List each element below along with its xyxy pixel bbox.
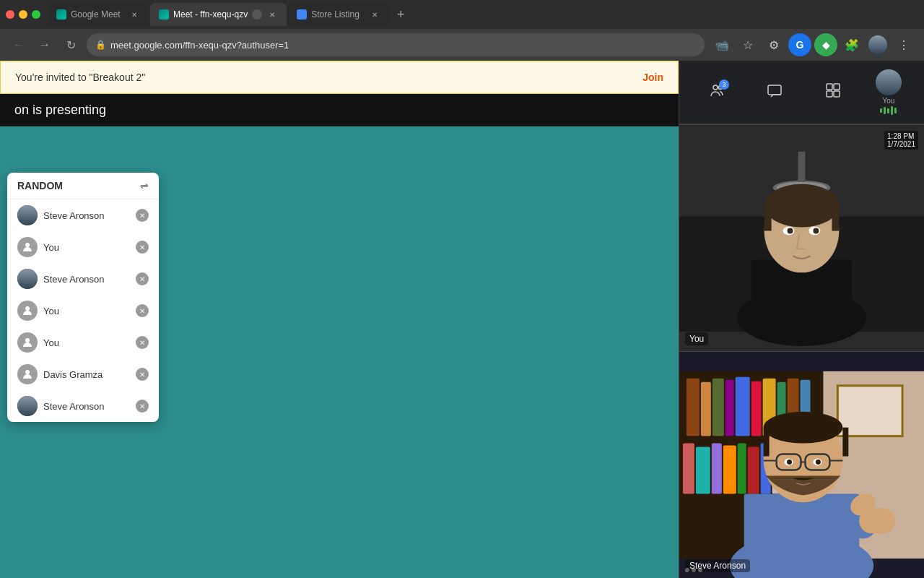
- svg-rect-30: [701, 382, 711, 436]
- participants-button[interactable]: 3: [702, 78, 732, 106]
- avatar: [17, 332, 38, 353]
- profile-icon[interactable]: G: [788, 33, 811, 56]
- tab1-close[interactable]: ✕: [128, 9, 140, 20]
- tab3-favicon: [297, 9, 307, 20]
- remove-button[interactable]: ✕: [136, 400, 149, 413]
- participant-name: You: [43, 306, 130, 316]
- svg-point-67: [787, 460, 792, 465]
- list-item: You ✕: [7, 295, 159, 327]
- avatar: [17, 301, 38, 321]
- chat-icon: [767, 82, 783, 102]
- you-video-frame: [679, 125, 924, 351]
- svg-rect-21: [764, 206, 772, 231]
- participant-name: You: [43, 242, 130, 253]
- svg-rect-32: [725, 380, 734, 436]
- user-avatar-btn[interactable]: [866, 33, 889, 56]
- video-tile-you: 1:28 PM 1/7/2021 You: [679, 124, 924, 351]
- audio-indicator: [880, 106, 897, 115]
- minimize-traffic-light[interactable]: [19, 10, 27, 19]
- reload-button[interactable]: ↻: [61, 35, 81, 55]
- participant-name: Steve Aronson: [43, 210, 130, 221]
- avatar: [17, 205, 38, 225]
- svg-rect-31: [712, 379, 724, 436]
- address-bar[interactable]: 🔒 meet.google.com/ffn-xequ-qzv?authuser=…: [87, 33, 705, 56]
- you-sidebar-profile: You: [876, 69, 902, 115]
- list-item: Steve Aronson ✕: [7, 263, 159, 295]
- puzzle-icon[interactable]: 🧩: [840, 33, 863, 56]
- svg-rect-10: [834, 91, 840, 97]
- avatar: [17, 396, 38, 416]
- svg-rect-33: [736, 377, 750, 436]
- participant-dropdown: RANDOM ⇌ Steve Aronson ✕ You ✕: [7, 173, 159, 422]
- nav-bar: ← → ↻ 🔒 meet.google.com/ffn-xequ-qzv?aut…: [0, 29, 924, 61]
- svg-point-68: [816, 460, 821, 465]
- tab-google-meet[interactable]: Google Meet ✕: [48, 3, 149, 26]
- remove-button[interactable]: ✕: [136, 209, 149, 222]
- tile-steve-label: Steve Aronson: [685, 559, 750, 572]
- svg-rect-44: [748, 447, 759, 494]
- svg-rect-40: [696, 447, 710, 494]
- new-tab-button[interactable]: +: [391, 4, 411, 25]
- forward-button[interactable]: →: [35, 35, 55, 55]
- join-button[interactable]: Join: [642, 72, 663, 83]
- svg-rect-52: [744, 493, 860, 566]
- remove-button[interactable]: ✕: [136, 304, 149, 317]
- svg-rect-59: [842, 428, 848, 457]
- video-tile-steve: Steve Aronson: [679, 351, 924, 578]
- svg-rect-7: [827, 84, 832, 90]
- participant-name: Davis Gramza: [43, 369, 130, 380]
- account-icon[interactable]: ◆: [814, 33, 837, 56]
- list-item: You ✕: [7, 327, 159, 358]
- notification-text: You're invited to "Breakout 2": [15, 72, 145, 83]
- steve-video-frame: [679, 352, 924, 578]
- sidebar: 3: [679, 61, 924, 578]
- address-text: meet.google.com/ffn-xequ-qzv?authuser=1: [110, 40, 696, 51]
- back-button[interactable]: ←: [9, 35, 29, 55]
- meet-area: You're invited to "Breakout 2" Join on i…: [0, 61, 679, 578]
- activities-button[interactable]: [818, 78, 848, 106]
- extensions-icon[interactable]: ⚙: [762, 33, 785, 56]
- bookmark-icon[interactable]: ☆: [736, 33, 759, 56]
- list-item: Steve Aronson ✕: [7, 390, 159, 422]
- remove-button[interactable]: ✕: [136, 241, 149, 254]
- tab1-favicon: [56, 9, 66, 20]
- svg-rect-29: [687, 379, 699, 436]
- tab2-close[interactable]: ✕: [266, 9, 278, 20]
- svg-point-57: [764, 412, 843, 444]
- tab3-title: Store Listing: [311, 9, 365, 20]
- sidebar-header: 3: [679, 61, 924, 124]
- tab3-close[interactable]: ✕: [369, 9, 380, 20]
- presenting-label: on is presenting: [0, 94, 679, 126]
- menu-button[interactable]: ⋮: [892, 33, 915, 56]
- dropdown-header: RANDOM ⇌: [7, 173, 159, 199]
- svg-rect-22: [832, 206, 839, 231]
- tab2-reload: [252, 9, 262, 20]
- svg-rect-58: [764, 428, 770, 457]
- remove-button[interactable]: ✕: [136, 336, 149, 349]
- tile-timestamp: 1:28 PM 1/7/2021: [884, 131, 918, 150]
- close-traffic-light[interactable]: [6, 10, 14, 19]
- list-item: Steve Aronson ✕: [7, 199, 159, 231]
- svg-point-4: [713, 85, 718, 90]
- chat-button[interactable]: [759, 78, 790, 106]
- svg-rect-39: [683, 444, 694, 494]
- shuffle-icon[interactable]: ⇌: [140, 180, 149, 191]
- svg-rect-41: [712, 444, 722, 494]
- main-content: You're invited to "Breakout 2" Join on i…: [0, 61, 924, 578]
- remove-button[interactable]: ✕: [136, 368, 149, 381]
- avatar: [17, 364, 38, 384]
- tab-bar: Google Meet ✕ Meet - ffn-xequ-qzv ✕ Stor…: [0, 0, 924, 29]
- svg-point-3: [25, 370, 30, 374]
- tab-meet-active[interactable]: Meet - ffn-xequ-qzv ✕: [150, 3, 287, 26]
- svg-rect-34: [751, 381, 762, 436]
- participant-name: You: [43, 337, 130, 348]
- tab-store-listing[interactable]: Store Listing ✕: [288, 3, 389, 26]
- notification-banner: You're invited to "Breakout 2" Join: [0, 61, 679, 94]
- maximize-traffic-light[interactable]: [32, 10, 40, 19]
- svg-rect-43: [738, 444, 746, 494]
- svg-rect-8: [834, 84, 840, 90]
- camera-icon[interactable]: 📹: [710, 33, 733, 56]
- remove-button[interactable]: ✕: [136, 272, 149, 285]
- participant-name: Steve Aronson: [43, 401, 130, 412]
- svg-rect-9: [827, 91, 832, 97]
